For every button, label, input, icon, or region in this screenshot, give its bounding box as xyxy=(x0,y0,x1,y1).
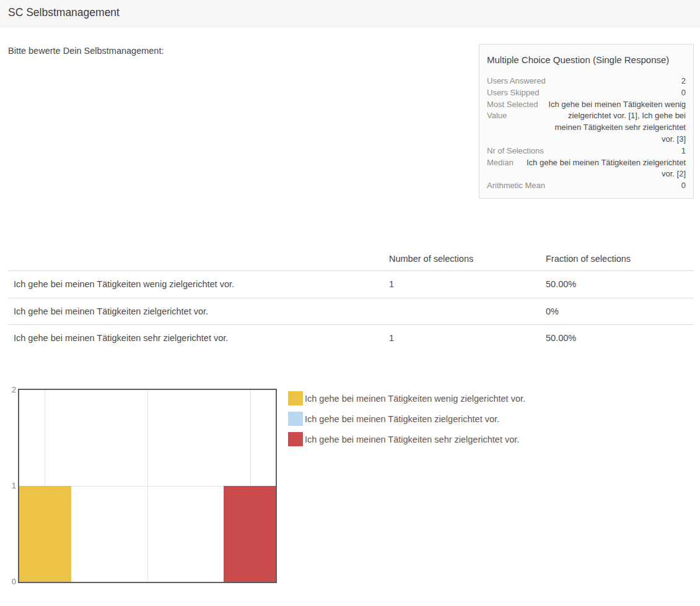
legend-swatch-yellow xyxy=(288,391,303,405)
legend-swatch-red xyxy=(288,432,303,446)
fraction-cell: 50.00% xyxy=(546,333,694,343)
section-header: SC Selbstmanagement xyxy=(0,0,700,27)
stat-row-arithmetic-mean: Arithmetic Mean 0 xyxy=(487,180,686,192)
legend-item: Ich gehe bei meinen Tätigkeiten sehr zie… xyxy=(288,432,525,446)
question-text: Bitte bewerte Dein Selbstmanagement: xyxy=(8,46,164,56)
column-header-number-of-selections: Number of selections xyxy=(389,254,546,264)
option-cell: Ich gehe bei meinen Tätigkeiten wenig zi… xyxy=(8,279,389,289)
table-row: Ich gehe bei meinen Tätigkeiten sehr zie… xyxy=(8,324,694,352)
results-table: Number of selections Fraction of selecti… xyxy=(8,246,694,352)
stat-row-most-selected-value: Most Selected Value Ich gehe bei meinen … xyxy=(487,99,686,145)
bar-sehr-zielgerichtet xyxy=(224,486,276,582)
legend-label: Ich gehe bei meinen Tätigkeiten wenig zi… xyxy=(305,394,525,404)
stat-row-median: Median Ich gehe bei meinen Tätigkeiten z… xyxy=(487,157,686,181)
bar-chart xyxy=(18,389,277,583)
stat-row-users-skipped: Users Skipped 0 xyxy=(487,87,686,99)
stat-value: 1 xyxy=(681,145,686,157)
stat-value: 2 xyxy=(681,76,686,87)
stat-label: Users Skipped xyxy=(487,87,681,99)
y-axis-tick-label: 0 xyxy=(0,577,16,586)
legend-label: Ich gehe bei meinen Tätigkeiten zielgeri… xyxy=(305,414,499,424)
y-axis-tick-label: 1 xyxy=(0,481,16,490)
stats-panel-title: Multiple Choice Question (Single Respons… xyxy=(487,54,686,65)
option-cell: Ich gehe bei meinen Tätigkeiten sehr zie… xyxy=(8,333,389,343)
legend-label: Ich gehe bei meinen Tätigkeiten sehr zie… xyxy=(305,435,519,444)
column-header-fraction-of-selections: Fraction of selections xyxy=(546,254,694,264)
stat-label: Arithmetic Mean xyxy=(487,180,681,192)
stat-value: Ich gehe bei meinen Tätigkeiten wenig zi… xyxy=(542,99,686,145)
stat-label: Most Selected Value xyxy=(487,99,542,145)
table-row: Ich gehe bei meinen Tätigkeiten wenig zi… xyxy=(8,271,694,298)
option-cell: Ich gehe bei meinen Tätigkeiten zielgeri… xyxy=(8,306,389,316)
table-row: Ich gehe bei meinen Tätigkeiten zielgeri… xyxy=(8,298,694,325)
chart-legend: Ich gehe bei meinen Tätigkeiten wenig zi… xyxy=(288,391,525,452)
survey-results-page: SC Selbstmanagement Bitte bewerte Dein S… xyxy=(0,0,700,606)
stat-row-nr-of-selections: Nr of Selections 1 xyxy=(487,145,686,157)
legend-item: Ich gehe bei meinen Tätigkeiten zielgeri… xyxy=(288,412,525,426)
page-title: SC Selbstmanagement xyxy=(8,6,120,19)
stat-label: Median xyxy=(487,157,517,181)
count-cell: 1 xyxy=(389,333,546,343)
count-cell: 1 xyxy=(389,279,546,289)
legend-item: Ich gehe bei meinen Tätigkeiten wenig zi… xyxy=(288,391,525,405)
stat-value: 0 xyxy=(681,180,686,192)
y-axis-tick-label: 2 xyxy=(0,385,16,394)
bar-wenig-zielgerichtet xyxy=(19,486,71,582)
stat-value: Ich gehe bei meinen Tätigkeiten zielgeri… xyxy=(517,157,686,181)
fraction-cell: 50.00% xyxy=(546,279,694,289)
stats-panel: Multiple Choice Question (Single Respons… xyxy=(479,44,694,199)
stat-value: 0 xyxy=(681,87,686,99)
table-header-row: Number of selections Fraction of selecti… xyxy=(8,246,694,271)
legend-swatch-blue xyxy=(288,412,303,426)
stat-label: Users Answered xyxy=(487,76,681,87)
stat-row-users-answered: Users Answered 2 xyxy=(487,76,686,87)
fraction-cell: 0% xyxy=(546,306,694,316)
stat-label: Nr of Selections xyxy=(487,145,681,157)
